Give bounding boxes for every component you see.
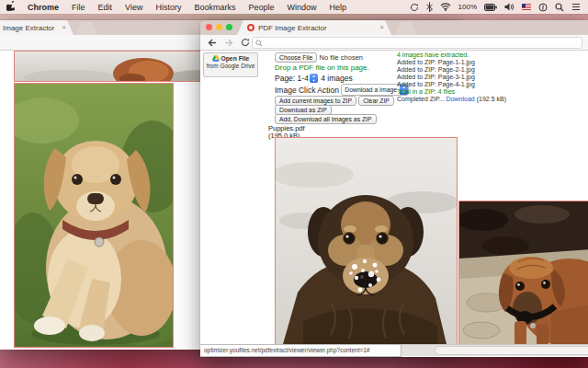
search-icon bbox=[255, 40, 263, 47]
log-completed-size: (192.5 kB) bbox=[477, 96, 506, 102]
drop-hint-text: Drop a PDF file on this page. bbox=[275, 63, 369, 72]
volume-icon[interactable] bbox=[504, 3, 514, 11]
input-source-flag-icon[interactable] bbox=[522, 4, 531, 10]
spotlight-search-icon[interactable] bbox=[555, 3, 564, 12]
extracted-image-lab-puppy[interactable] bbox=[14, 83, 174, 348]
front-window-tabstrip: PDF Image Extractor × bbox=[200, 20, 588, 35]
tab-pdf-image-extractor[interactable]: PDF Image Extractor × bbox=[237, 20, 391, 35]
image-click-action-label: Image Click Action bbox=[275, 86, 339, 95]
extracted-image-snow-nose-puppy[interactable] bbox=[275, 137, 458, 345]
menu-bar: Chrome File Edit View History Bookmarks … bbox=[0, 0, 588, 14]
log-line: Added to ZIP: Page-1-1.jpg bbox=[397, 59, 506, 66]
log-total: Total in a ZIP: 4 files bbox=[397, 88, 506, 96]
status-bar-url: optimizer.youfiles.net/pdfextract/viewer… bbox=[200, 344, 401, 357]
tab-close-icon[interactable]: × bbox=[379, 24, 384, 31]
menu-bar-status-area: 100% bbox=[410, 2, 588, 12]
forward-icon[interactable] bbox=[224, 34, 233, 51]
zoom-window-button[interactable] bbox=[226, 24, 232, 30]
new-tab-button[interactable] bbox=[75, 22, 97, 35]
bluetooth-icon[interactable] bbox=[426, 2, 433, 12]
menu-item-help[interactable]: Help bbox=[322, 3, 353, 12]
tab-close-icon[interactable]: × bbox=[62, 24, 66, 31]
drive-button-line1: Open File bbox=[220, 55, 249, 62]
clear-zip-button[interactable]: Clear ZIP bbox=[358, 96, 394, 106]
log-completed-prefix: Completed ZIP... bbox=[397, 96, 445, 102]
front-window-toolbar bbox=[200, 35, 588, 51]
extracted-image-ridgeback-puppy[interactable] bbox=[458, 201, 588, 345]
menu-item-edit[interactable]: Edit bbox=[92, 3, 119, 12]
image-click-action-value: Download a Image bbox=[345, 86, 397, 93]
log-line: Added to ZIP: Page-2-1.jpg bbox=[397, 66, 506, 74]
page-label: Page: bbox=[275, 74, 295, 83]
front-window-content: Open File from Google Drive Choose File … bbox=[200, 51, 588, 345]
menu-item-bookmarks[interactable]: Bookmarks bbox=[187, 3, 242, 12]
choose-file-button[interactable]: Choose File bbox=[275, 52, 317, 63]
tab-image-extractor[interactable]: Image Extractor × bbox=[0, 20, 74, 35]
address-bar[interactable] bbox=[252, 37, 582, 49]
desktop: Chrome File Edit View History Bookmarks … bbox=[0, 0, 588, 368]
log-extracted: 4 images have extracted. bbox=[397, 52, 506, 59]
extraction-log: 4 images have extracted. Added to ZIP: P… bbox=[397, 52, 506, 103]
tab-title: PDF Image Extractor bbox=[258, 24, 327, 32]
scrollbar-thumb[interactable] bbox=[435, 346, 588, 355]
battery-icon[interactable] bbox=[484, 4, 497, 11]
log-completed: Completed ZIP... Download (192.5 kB) bbox=[397, 96, 506, 103]
log-line: Added to ZIP: Page-3-1.jpg bbox=[397, 74, 506, 81]
page-select-value: 1-4 bbox=[298, 74, 309, 83]
close-window-button[interactable] bbox=[206, 24, 212, 30]
file-chosen-status: No file chosen bbox=[320, 53, 364, 62]
minimize-window-button[interactable] bbox=[216, 24, 222, 30]
log-line: Added to ZIP: Page-4-1.jpg bbox=[397, 81, 506, 88]
page-select-stepper[interactable]: ▲▼ bbox=[310, 74, 318, 83]
user-switch-icon[interactable] bbox=[538, 3, 548, 12]
menu-item-view[interactable]: View bbox=[119, 3, 149, 12]
reload-icon[interactable] bbox=[241, 34, 250, 51]
image-count-label: 4 images bbox=[321, 74, 353, 83]
apple-menu-icon[interactable] bbox=[0, 1, 21, 13]
battery-percent-label: 100% bbox=[458, 3, 477, 11]
sync-icon[interactable] bbox=[410, 3, 419, 12]
menu-item-window[interactable]: Window bbox=[280, 3, 322, 12]
menu-item-history[interactable]: History bbox=[149, 3, 187, 12]
menu-item-chrome[interactable]: Chrome bbox=[21, 3, 65, 12]
google-drive-icon bbox=[212, 55, 220, 62]
menu-item-people[interactable]: People bbox=[242, 3, 280, 12]
new-tab-button[interactable] bbox=[395, 22, 417, 35]
tab-title: Image Extractor bbox=[3, 24, 54, 32]
back-icon[interactable] bbox=[208, 34, 217, 51]
notification-center-icon[interactable] bbox=[571, 3, 581, 11]
drive-button-line2: from Google Drive bbox=[204, 63, 257, 70]
menu-item-file[interactable]: File bbox=[65, 3, 92, 12]
zip-download-link[interactable]: Download bbox=[447, 96, 475, 102]
site-favicon bbox=[247, 24, 254, 31]
front-window[interactable]: PDF Image Extractor × Open File from Goo… bbox=[200, 20, 588, 357]
wifi-icon[interactable] bbox=[440, 3, 451, 11]
open-from-google-drive-button[interactable]: Open File from Google Drive bbox=[203, 52, 258, 77]
